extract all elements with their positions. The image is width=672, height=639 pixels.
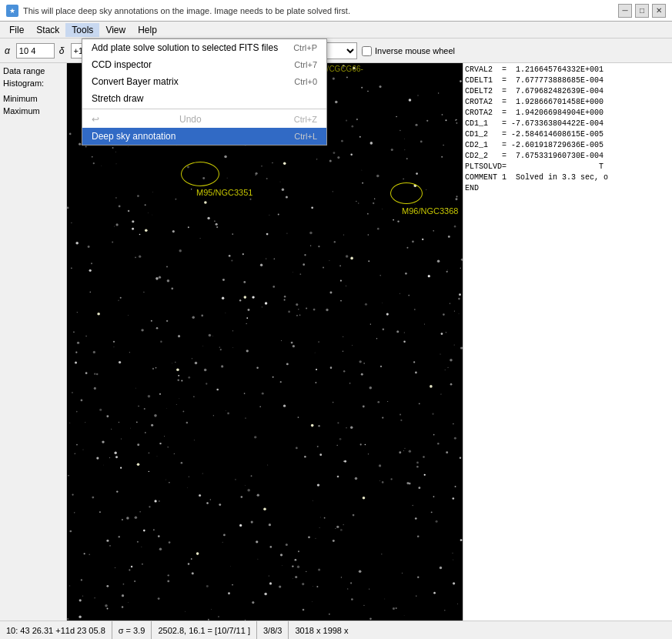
plate-solve-shortcut: Ctrl+P [293, 43, 317, 52]
undo-icon: ↩ [92, 114, 99, 125]
convert-bayer-label: Convert Bayer matrix [92, 76, 179, 87]
menu-plate-solve[interactable]: Add plate solve solution to selected FIT… [82, 39, 326, 56]
menu-ccd-inspector[interactable]: CCD inspector Ctrl+7 [82, 56, 326, 73]
stretch-draw-label: Stretch draw [92, 93, 143, 104]
menu-bar: File Stack Tools View Help Add plate sol… [0, 22, 672, 38]
status-dimensions: 3018 x 1998 x [289, 621, 354, 639]
maximize-button[interactable]: □ [635, 4, 649, 18]
data-range-label: Data range [3, 66, 63, 75]
menu-separator [82, 109, 326, 109]
status-sigma: σ = 3.9 [112, 621, 152, 639]
status-page-text: 3/8/3 [263, 626, 282, 635]
fits-lines: CRVAL2 = 1.216645764332E+001CDELT1 = 7.6… [465, 65, 670, 194]
ccd-inspector-shortcut: Ctrl+7 [294, 60, 317, 69]
inverse-mouse-wheel-row: Inverse mouse wheel [362, 46, 455, 56]
fits-line: CROTA2 = 1.942066984904E+000 [465, 108, 670, 119]
menu-file[interactable]: File [3, 23, 30, 37]
fits-line: CRVAL2 = 1.216645764332E+001 [465, 65, 670, 75]
image-area[interactable]: M95/NGC3351 M96/NGC3368 IC643/PGC32392 I… [67, 63, 463, 621]
fits-line: CD2_1 = -2.601918729636E-005 [465, 140, 670, 151]
plate-solve-label: Add plate solve solution to selected FIT… [92, 42, 278, 53]
minimum-label: Minimum [3, 94, 63, 103]
fits-line: CD2_2 = 7.675331960730E-004 [465, 151, 670, 162]
app-icon: ★ [6, 5, 18, 17]
menu-undo[interactable]: ↩ Undo Ctrl+Z [82, 111, 326, 128]
menu-deep-sky[interactable]: Deep sky annotation Ctrl+L [82, 128, 326, 145]
convert-bayer-shortcut: Ctrl+0 [294, 77, 317, 86]
status-position: 2502.8, 16.1 = [10/7/11 ] [152, 621, 257, 639]
fits-line: CD1_1 = -7.673363804422E-004 [465, 119, 670, 129]
title-text: This will place deep sky annotations on … [23, 6, 618, 15]
fits-line: CD1_2 = -2.584614608615E-005 [465, 129, 670, 140]
fits-line: CDELT2 = 7.679682482639E-004 [465, 86, 670, 97]
status-sigma-text: σ = 3.9 [119, 626, 145, 635]
inverse-mouse-wheel-label: Inverse mouse wheel [375, 46, 455, 55]
menu-tools[interactable]: Tools [65, 23, 99, 37]
deep-sky-label: Deep sky annotation [92, 131, 176, 142]
histogram-label: Histogram: [3, 79, 63, 88]
tools-dropdown: Add plate solve solution to selected FIT… [82, 38, 327, 146]
status-page: 3/8/3 [257, 621, 289, 639]
star-field-canvas [67, 63, 463, 621]
menu-help[interactable]: Help [132, 23, 163, 37]
window-controls: ─ □ ✕ [618, 4, 666, 18]
deep-sky-shortcut: Ctrl+L [294, 132, 317, 141]
status-coords-text: 10: 43 26.31 +11d 23 05.8 [6, 626, 105, 635]
alpha-label: α [5, 45, 10, 56]
menu-stack[interactable]: Stack [30, 23, 65, 37]
menu-view[interactable]: View [99, 23, 132, 37]
inverse-mouse-wheel-checkbox[interactable] [362, 46, 372, 56]
minimize-button[interactable]: ─ [618, 4, 632, 18]
alpha-input[interactable] [16, 43, 55, 59]
undo-shortcut: Ctrl+Z [294, 115, 317, 124]
maximum-label: Maximum [3, 106, 63, 115]
status-position-text: 2502.8, 16.1 = [10/7/11 ] [158, 626, 250, 635]
delta-label: δ [59, 45, 65, 56]
menu-convert-bayer[interactable]: Convert Bayer matrix Ctrl+0 [82, 73, 326, 90]
status-dimensions-text: 3018 x 1998 x [295, 626, 348, 635]
fits-line: END [465, 183, 670, 194]
fits-line: CDELT1 = 7.677773888685E-004 [465, 75, 670, 86]
ccd-inspector-label: CCD inspector [92, 59, 152, 70]
fits-header-panel[interactable]: CRVAL2 = 1.216645764332E+001CDELT1 = 7.6… [463, 63, 672, 621]
close-button[interactable]: ✕ [652, 4, 666, 18]
undo-label: Undo [179, 114, 202, 125]
fits-line: CROTA2 = 1.928666701458E+000 [465, 97, 670, 108]
title-bar: ★ This will place deep sky annotations o… [0, 0, 672, 22]
menu-stretch-draw[interactable]: Stretch draw [82, 90, 326, 107]
fits-line: COMMENT 1 Solved in 3.3 sec, o [465, 172, 670, 183]
status-bar: 10: 43 26.31 +11d 23 05.8 σ = 3.9 2502.8… [0, 621, 672, 639]
left-panel: Data range Histogram: Minimum Maximum [0, 63, 67, 621]
fits-line: PLTSOLVD= T [465, 162, 670, 172]
status-coords: 10: 43 26.31 +11d 23 05.8 [0, 621, 112, 639]
main-area: Data range Histogram: Minimum Maximum M9… [0, 63, 672, 621]
